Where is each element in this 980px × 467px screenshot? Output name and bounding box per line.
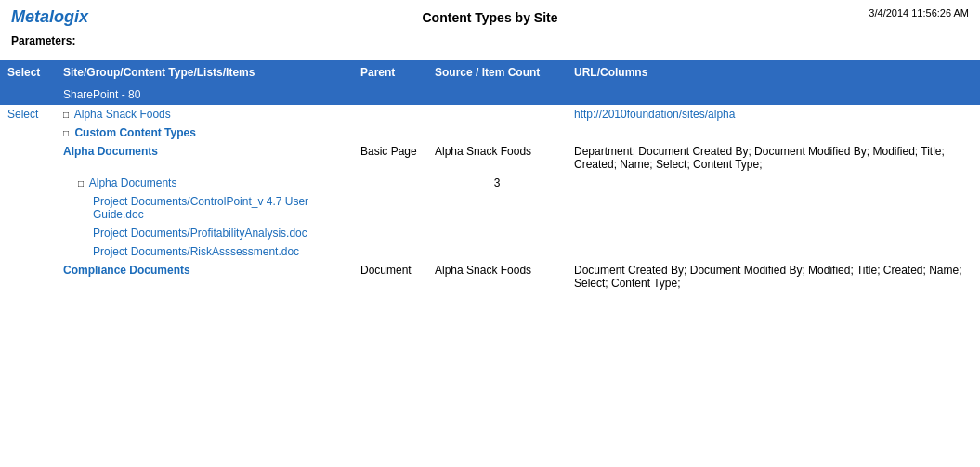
item-3-cols	[567, 242, 980, 261]
parameters-section: Parameters:	[0, 29, 980, 60]
compliance-parent: Document	[353, 261, 427, 292]
site-name-link[interactable]: Alpha Snack Foods	[74, 108, 171, 121]
sharepoint-label: SharePoint - 80	[56, 84, 980, 105]
timestamp: 3/4/2014 11:56:26 AM	[869, 7, 969, 19]
compliance-columns: Document Created By; Document Modified B…	[567, 261, 980, 292]
sharepoint-select-cell	[0, 84, 56, 105]
alpha-docs-source: Alpha Snack Foods	[427, 142, 567, 174]
item-row-1: Project Documents/ControlPoint_v 4.7 Use…	[0, 192, 980, 224]
site-source-cell	[427, 105, 567, 123]
alpha-docs-list-cols	[567, 174, 980, 192]
expand-icon[interactable]: □	[63, 110, 69, 120]
col-select: Select	[0, 60, 56, 84]
sharepoint-row: SharePoint - 80	[0, 84, 980, 105]
site-url-cell: http://2010foundation/sites/alpha	[567, 105, 980, 123]
alpha-docs-parent: Basic Page	[353, 142, 427, 174]
item-3-link[interactable]: Project Documents/RiskAsssessment.doc	[93, 245, 299, 258]
item-3-select	[0, 242, 56, 261]
custom-expand-icon[interactable]: □	[63, 128, 69, 138]
item-1-source	[427, 192, 567, 224]
compliance-name: Compliance Documents	[56, 261, 353, 292]
header: Metalogix Content Types by Site 3/4/2014…	[0, 0, 980, 29]
alpha-docs-list-select	[0, 174, 56, 192]
site-row: Select □ Alpha Snack Foods http://2010fo…	[0, 105, 980, 123]
list-expand-icon[interactable]: □	[78, 178, 84, 188]
item-2-cols	[567, 224, 980, 242]
site-parent-cell	[353, 105, 427, 123]
item-2-select	[0, 224, 56, 242]
alpha-docs-list-link[interactable]: Alpha Documents	[89, 176, 177, 189]
alpha-docs-name: Alpha Documents	[56, 142, 353, 174]
main-table: Select Site/Group/Content Type/Lists/Ite…	[0, 60, 980, 292]
col-parent: Parent	[353, 60, 427, 84]
item-3-parent	[353, 242, 427, 261]
item-3-source	[427, 242, 567, 261]
alpha-docs-select	[0, 142, 56, 174]
col-url: URL/Columns	[567, 60, 980, 84]
alpha-docs-list-parent	[353, 174, 427, 192]
custom-section-text: Custom Content Types	[74, 126, 195, 139]
parameters-label: Parameters:	[11, 34, 969, 47]
item-3-name: Project Documents/RiskAsssessment.doc	[56, 242, 353, 261]
alpha-docs-row: Alpha Documents Basic Page Alpha Snack F…	[0, 142, 980, 174]
item-2-link[interactable]: Project Documents/ProfitabilityAnalysis.…	[93, 227, 307, 240]
alpha-docs-link[interactable]: Alpha Documents	[63, 145, 158, 158]
alpha-docs-columns: Department; Document Created By; Documen…	[567, 142, 980, 174]
item-1-link[interactable]: Project Documents/ControlPoint_v 4.7 Use…	[93, 195, 308, 221]
col-site: Site/Group/Content Type/Lists/Items	[56, 60, 353, 84]
item-row-2: Project Documents/ProfitabilityAnalysis.…	[0, 224, 980, 242]
custom-section-row: □ Custom Content Types	[0, 123, 980, 142]
table-container: Select Site/Group/Content Type/Lists/Ite…	[0, 60, 980, 292]
item-1-select	[0, 192, 56, 224]
item-2-source	[427, 224, 567, 242]
site-select-cell[interactable]: Select	[0, 105, 56, 123]
site-name-cell: □ Alpha Snack Foods	[56, 105, 353, 123]
alpha-docs-list-row: □ Alpha Documents 3	[0, 174, 980, 192]
compliance-link[interactable]: Compliance Documents	[63, 264, 190, 277]
item-2-parent	[353, 224, 427, 242]
item-1-name: Project Documents/ControlPoint_v 4.7 Use…	[56, 192, 353, 224]
alpha-docs-list-name: □ Alpha Documents	[56, 174, 353, 192]
report-title: Content Types by Site	[11, 10, 969, 25]
site-url-link[interactable]: http://2010foundation/sites/alpha	[574, 108, 735, 121]
select-link[interactable]: Select	[7, 108, 38, 121]
table-header-row: Select Site/Group/Content Type/Lists/Ite…	[0, 60, 980, 84]
alpha-docs-list-count: 3	[427, 174, 567, 192]
item-1-parent	[353, 192, 427, 224]
col-source: Source / Item Count	[427, 60, 567, 84]
item-1-cols	[567, 192, 980, 224]
compliance-docs-row: Compliance Documents Document Alpha Snac…	[0, 261, 980, 292]
compliance-select	[0, 261, 56, 292]
custom-section-label: □ Custom Content Types	[56, 123, 980, 142]
custom-section-select	[0, 123, 56, 142]
item-2-name: Project Documents/ProfitabilityAnalysis.…	[56, 224, 353, 242]
compliance-source: Alpha Snack Foods	[427, 261, 567, 292]
item-row-3: Project Documents/RiskAsssessment.doc	[0, 242, 980, 261]
